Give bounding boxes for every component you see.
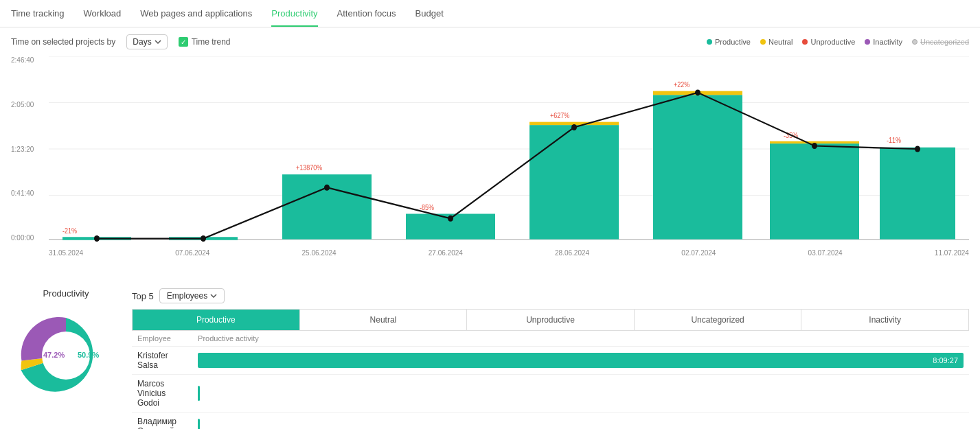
checkbox-checked-icon <box>179 37 188 47</box>
days-dropdown[interactable]: Days <box>126 34 167 49</box>
legend-neutral: Neutral <box>760 38 793 46</box>
x-label-1: 31.05.2024 <box>49 249 83 257</box>
inactivity-dot <box>865 39 870 45</box>
trend-dot-1 <box>94 235 100 242</box>
bar-3 <box>282 174 372 240</box>
productivity-title: Productivity <box>43 288 89 299</box>
svg-text:-21%: -21% <box>62 227 77 235</box>
x-label-8: 11.07.2024 <box>935 249 969 257</box>
bar-8 <box>880 148 955 240</box>
bar-5 <box>529 125 619 240</box>
nav-time-tracking[interactable]: Time tracking <box>11 8 65 27</box>
time-on-label: Time on selected projects by <box>11 37 115 47</box>
legend-uncategorized: Uncategorized <box>912 38 969 46</box>
y-label-2: 1:23:20 <box>11 146 42 153</box>
main-nav: Time tracking Workload Web pages and app… <box>0 0 980 27</box>
bar-cell-3 <box>192 413 969 430</box>
col-activity: Productive activity <box>192 331 969 347</box>
trend-dot-7 <box>812 143 817 149</box>
y-label-4: 0:00:00 <box>11 234 42 242</box>
toolbar: Time on selected projects by Days Time t… <box>0 27 980 56</box>
bar-6 <box>653 95 742 239</box>
table-row: Kristofer Salsa 8:09:27 <box>132 347 969 375</box>
trend-dot-5 <box>571 124 577 130</box>
trend-dot-8 <box>915 146 920 152</box>
trend-dot-3 <box>324 185 330 191</box>
y-label-3: 0:41:40 <box>11 189 42 197</box>
nav-web-pages[interactable]: Web pages and applications <box>140 8 252 27</box>
trend-dot-6 <box>695 89 700 95</box>
donut-container: Productivity 47.2% 50.9% <box>11 288 121 429</box>
bar-fill-1: 8:09:27 <box>198 353 964 368</box>
x-label-5: 28.06.2024 <box>555 249 589 257</box>
chart-inner: -21% +13870% -85% +627% +22% <box>49 56 969 242</box>
top5-title: Top 5 <box>132 291 154 301</box>
chart-legend: Productive Neutral Unproductive Inactivi… <box>707 38 969 46</box>
bottom-section: Productivity 47.2% 50.9% Top 5 Employees <box>0 283 980 429</box>
svg-text:-85%: -85% <box>420 203 434 211</box>
tab-productive[interactable]: Productive <box>133 310 300 330</box>
top5-section: Top 5 Employees Productive Neutral Unpro… <box>132 288 969 429</box>
employee-table: Employee Productive activity Kristofer S… <box>132 331 969 429</box>
productivity-chart: 2:46:40 2:05:00 1:23:20 0:41:40 0:00:00 … <box>0 56 980 262</box>
chevron-down-icon <box>210 294 217 298</box>
unproductive-dot <box>802 39 808 45</box>
inactivity-pct-label: 47.2% <box>43 351 65 359</box>
x-label-4: 27.06.2024 <box>429 249 463 257</box>
bar-fill-2 <box>198 386 200 401</box>
employees-dropdown[interactable]: Employees <box>159 288 225 303</box>
tab-inactivity[interactable]: Inactivity <box>801 310 968 330</box>
legend-neutral-label: Neutral <box>768 38 793 46</box>
bar-cell-1: 8:09:27 <box>192 347 969 375</box>
bar-7 <box>770 143 859 240</box>
svg-text:+627%: +627% <box>550 111 570 119</box>
legend-uncategorized-label: Uncategorized <box>920 38 969 46</box>
employees-label: Employees <box>167 291 207 301</box>
table-row: Владимир Старовойтов <box>132 413 969 430</box>
legend-inactivity-label: Inactivity <box>873 38 902 46</box>
x-label-6: 02.07.2024 <box>681 249 716 257</box>
tab-unproductive[interactable]: Unproductive <box>467 310 635 330</box>
y-label-1: 2:05:00 <box>11 101 42 108</box>
bar-fill-3 <box>198 419 200 429</box>
tab-neutral[interactable]: Neutral <box>300 310 468 330</box>
time-trend-toggle[interactable]: Time trend <box>179 37 231 47</box>
nav-workload[interactable]: Workload <box>84 8 122 27</box>
table-tabs: Productive Neutral Unproductive Uncatego… <box>132 309 969 331</box>
trend-dot-4 <box>448 216 453 222</box>
legend-unproductive-label: Unproductive <box>810 38 855 46</box>
legend-unproductive: Unproductive <box>802 38 855 46</box>
productive-dot <box>707 39 712 45</box>
x-label-7: 03.07.2024 <box>808 249 843 257</box>
bar-cell-2 <box>192 375 969 413</box>
legend-inactivity: Inactivity <box>865 38 902 46</box>
x-label-2: 07.06.2024 <box>175 249 209 257</box>
col-employee: Employee <box>132 331 192 347</box>
legend-productive: Productive <box>707 38 751 46</box>
x-label-3: 25.06.2024 <box>302 249 337 257</box>
donut-chart: 47.2% 50.9% <box>14 304 117 407</box>
nav-productivity[interactable]: Productivity <box>271 8 317 27</box>
tab-uncategorized[interactable]: Uncategorized <box>635 310 802 330</box>
top5-header: Top 5 Employees <box>132 288 969 303</box>
time-trend-label: Time trend <box>192 37 231 47</box>
svg-text:+13870%: +13870% <box>296 164 323 172</box>
nav-budget[interactable]: Budget <box>415 8 444 27</box>
productive-pct-label: 50.9% <box>78 351 99 359</box>
uncategorized-dot <box>912 39 918 45</box>
table-row: Marcos Vinicius Godoi <box>132 375 969 413</box>
bars-svg: -21% +13870% -85% +627% +22% <box>49 56 969 242</box>
neutral-dot <box>760 39 766 45</box>
chevron-down-icon <box>155 38 161 45</box>
employee-name-1: Kristofer Salsa <box>132 347 192 375</box>
y-axis: 2:46:40 2:05:00 1:23:20 0:41:40 0:00:00 <box>11 56 42 242</box>
trend-dot-2 <box>201 235 206 242</box>
employee-name-3: Владимир Старовойтов <box>132 413 192 430</box>
y-label-0: 2:46:40 <box>11 56 42 64</box>
svg-text:-11%: -11% <box>887 136 901 144</box>
nav-attention-focus[interactable]: Attention focus <box>337 8 396 27</box>
legend-productive-label: Productive <box>715 38 751 46</box>
employee-name-2: Marcos Vinicius Godoi <box>132 375 192 413</box>
days-label: Days <box>133 37 151 47</box>
svg-text:+22%: +22% <box>674 80 690 89</box>
